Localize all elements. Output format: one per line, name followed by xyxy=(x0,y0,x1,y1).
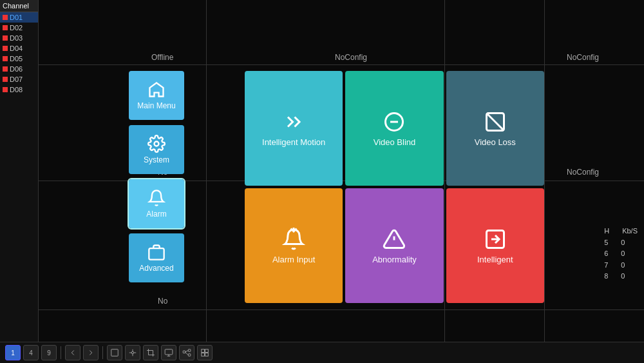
main-menu-button[interactable]: Main Menu xyxy=(129,71,184,120)
view-1-button[interactable]: 1 xyxy=(5,345,21,360)
network-button[interactable] xyxy=(179,345,194,360)
grid-icon xyxy=(200,348,209,357)
label-noconfig-right: NoConfig xyxy=(567,53,599,62)
sidebar-item-d07[interactable]: ✕ D07 xyxy=(0,74,38,84)
fullscreen-button[interactable] xyxy=(107,345,122,360)
expand-icon xyxy=(110,348,119,357)
view-4-button[interactable]: 4 xyxy=(23,345,39,360)
bag-icon xyxy=(147,243,166,261)
sidebar-header: Channel xyxy=(0,0,38,12)
ptz-button[interactable] xyxy=(125,345,140,360)
alarm-button[interactable]: Alarm xyxy=(129,179,184,228)
main-area: Offline NoConfig NoConfig No NoConfig No… xyxy=(39,0,644,342)
svg-rect-20 xyxy=(183,351,185,353)
svg-rect-11 xyxy=(111,349,118,357)
view-9-button[interactable]: 9 xyxy=(41,345,57,360)
bell-down-icon xyxy=(282,228,305,251)
hline-top xyxy=(39,64,644,65)
svg-line-5 xyxy=(486,113,504,130)
svg-rect-22 xyxy=(188,354,191,357)
sidebar-item-d03[interactable]: ✕ D03 xyxy=(0,33,38,43)
sidebar-item-d01[interactable]: ✕ D01 xyxy=(0,12,38,23)
event-grid: Intelligent Motion Video Blind Video Los… xyxy=(245,71,544,303)
prev-button[interactable] xyxy=(65,345,80,360)
intelligent-motion-button[interactable]: Intelligent Motion xyxy=(245,71,343,186)
svg-rect-26 xyxy=(205,349,209,353)
fast-forward-icon xyxy=(282,110,305,133)
prev-icon xyxy=(68,348,77,357)
sidebar-item-d04[interactable]: ✕ D04 xyxy=(0,43,38,54)
svg-rect-17 xyxy=(165,349,173,355)
hline-bot xyxy=(39,309,644,310)
home-icon xyxy=(147,81,166,99)
svg-rect-27 xyxy=(202,353,205,357)
label-no-botleft: No xyxy=(158,297,167,306)
slash-box-icon xyxy=(484,110,507,133)
system-button[interactable]: System xyxy=(129,125,184,174)
toolbar-separator-2 xyxy=(102,346,103,359)
display-button[interactable] xyxy=(161,345,176,360)
arrow-right-box-icon xyxy=(484,228,507,251)
grid-view-button[interactable] xyxy=(197,345,213,360)
video-blind-button[interactable]: Video Blind xyxy=(345,71,443,186)
bell-icon xyxy=(147,189,166,207)
minus-circle-icon xyxy=(383,110,406,133)
channel-status-icon: ✕ xyxy=(3,66,8,72)
svg-point-0 xyxy=(155,142,159,146)
sidebar-item-d06[interactable]: ✕ D06 xyxy=(0,64,38,74)
label-noconfig-top: NoConfig xyxy=(335,53,367,62)
svg-rect-21 xyxy=(188,349,191,352)
svg-rect-1 xyxy=(149,248,164,260)
svg-rect-25 xyxy=(202,349,205,353)
svg-rect-28 xyxy=(205,353,209,357)
monitor-icon xyxy=(164,348,173,357)
crop-icon xyxy=(146,348,155,357)
label-offline: Offline xyxy=(151,53,173,62)
abnormality-button[interactable]: Abnormality xyxy=(345,188,443,303)
toolbar: 1 4 9 xyxy=(0,342,644,363)
advanced-button[interactable]: Advanced xyxy=(129,233,184,282)
channel-status-icon: ✕ xyxy=(3,77,8,82)
channel-status-icon: ✕ xyxy=(3,15,8,20)
video-loss-button[interactable]: Video Loss xyxy=(446,71,544,186)
sidebar-item-d05[interactable]: ✕ D05 xyxy=(0,54,38,64)
channel-status-icon: ✕ xyxy=(3,25,8,30)
channel-status-icon: ✕ xyxy=(3,56,8,61)
next-icon xyxy=(86,348,95,357)
network-icon xyxy=(182,348,191,357)
svg-line-23 xyxy=(185,351,189,352)
channel-status-icon: ✕ xyxy=(3,35,8,41)
vline-3 xyxy=(544,0,545,342)
warning-icon xyxy=(383,228,406,251)
label-noconfig-mid-right: NoConfig xyxy=(567,168,599,177)
left-menu: Main Menu System Alarm Advanced xyxy=(129,71,187,282)
vline-1 xyxy=(206,0,207,342)
crop-button[interactable] xyxy=(143,345,158,360)
sidebar: Channel ✕ D01 ✕ D02 ✕ D03 ✕ D04 ✕ D05 ✕ … xyxy=(0,0,39,342)
sidebar-item-d02[interactable]: ✕ D02 xyxy=(0,23,38,33)
alarm-input-button[interactable]: Alarm Input xyxy=(245,188,343,303)
toolbar-separator xyxy=(61,346,61,359)
intelligent-button[interactable]: Intelligent xyxy=(446,188,544,303)
sidebar-item-d08[interactable]: ✕ D08 xyxy=(0,84,38,95)
svg-line-24 xyxy=(185,352,189,355)
channel-status-icon: ✕ xyxy=(3,87,8,92)
stats-panel: H Kb/S 5 0 6 0 7 0 8 0 xyxy=(604,226,638,282)
svg-point-12 xyxy=(131,351,134,354)
channel-status-icon: ✕ xyxy=(3,46,8,51)
crosshair-icon xyxy=(128,348,137,357)
gear-icon xyxy=(147,135,166,153)
next-button[interactable] xyxy=(83,345,99,360)
